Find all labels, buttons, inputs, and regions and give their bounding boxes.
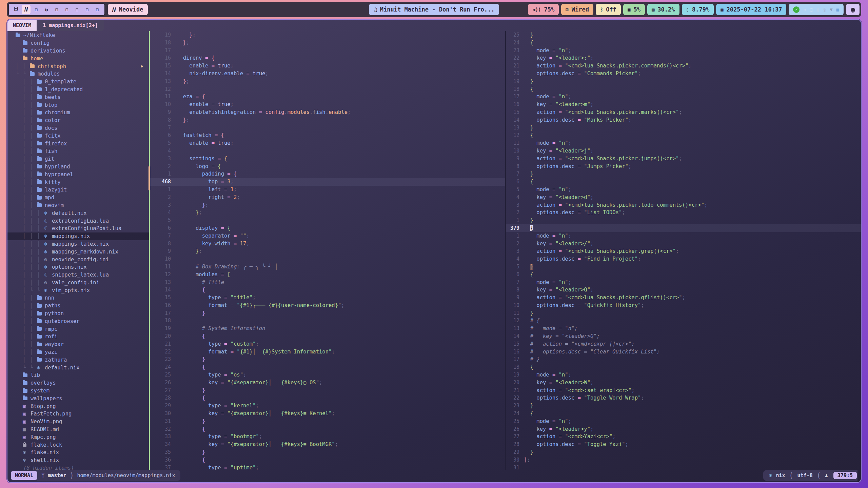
grid-app-icon[interactable]: ▦ [836, 7, 839, 12]
code-line[interactable]: 23 mode = "n"; [506, 47, 861, 55]
buffer-tab[interactable]: 1 mappings.nix[2+] [37, 20, 104, 31]
code-line[interactable]: 16 # options.desc = "Clear Quickfix List… [506, 348, 861, 356]
tree-item[interactable]: └└modules [7, 70, 149, 78]
code-line[interactable]: 20 key = "<leader>W"; [506, 379, 861, 387]
code-line[interactable]: 16 key = "<leader>m"; [506, 101, 861, 108]
tree-item[interactable]: overlays [7, 379, 149, 387]
code-line[interactable]: 19 }; [150, 31, 505, 39]
code-line[interactable]: 379 { [506, 224, 861, 232]
code-line[interactable]: 2 key = "<leader>/"; [506, 240, 861, 248]
code-line[interactable]: 1 } [506, 217, 861, 224]
tree-item[interactable]: config [7, 39, 149, 47]
code-line[interactable]: 29 type = "kernel"; [150, 402, 505, 410]
tree-item[interactable]: ▣NeoVim.png [7, 418, 149, 426]
code-line[interactable]: 2 options.desc = "List TODOs"; [506, 209, 861, 217]
code-line[interactable]: 29 } [506, 448, 861, 456]
bluetooth-module[interactable]: ᛒOff [596, 4, 621, 15]
empty-workspace-icon[interactable]: □ [62, 5, 71, 14]
memory-module[interactable]: ▤30.2% [647, 4, 679, 15]
code-line[interactable]: 16 format = "{#1}╭─── {#}{user-name-colo… [150, 302, 505, 309]
tree-split-handle[interactable] [149, 31, 150, 470]
code-line[interactable]: 20 { [150, 332, 505, 340]
tree-item[interactable]: ▣Rmpc.png [7, 433, 149, 441]
code-line[interactable]: 10 key = "<leader>j"; [506, 147, 861, 155]
tree-item[interactable]: ││mpd [7, 194, 149, 202]
empty-workspace-icon[interactable]: □ [93, 5, 102, 14]
code-line[interactable]: 36 { [150, 456, 505, 464]
code-line[interactable]: 14 { [150, 286, 505, 294]
code-line[interactable]: 15 enable = true; [150, 62, 505, 70]
code-line[interactable]: 11 mode = "n"; [506, 139, 861, 147]
code-line[interactable]: 13 }; [150, 78, 505, 85]
code-line[interactable]: 7 } [506, 170, 861, 178]
tree-item[interactable]: ❄flake.nix [7, 449, 149, 456]
code-line[interactable]: 32 { [150, 425, 505, 433]
network-module[interactable]: ⊡Wired [561, 4, 593, 15]
tree-item[interactable]: ││waybar [7, 341, 149, 348]
code-line[interactable]: 15 type = "title"; [150, 294, 505, 302]
code-line[interactable]: 5 mode = "n"; [506, 186, 861, 194]
tree-item[interactable]: ▣FastFetch.png [7, 410, 149, 418]
tree-item[interactable]: ││python [7, 310, 149, 318]
check-badge-icon[interactable]: ✓ [793, 6, 800, 13]
neovide-icon[interactable]: N [22, 5, 31, 14]
tree-item[interactable]: └└❄default.nix [7, 364, 149, 371]
code-line[interactable]: 18 { [506, 363, 861, 371]
tree-item[interactable]: (8 hidden items) [7, 464, 149, 470]
code-line[interactable]: 5 enable = true; [150, 139, 505, 147]
code-line[interactable]: 9 enableFishIntegration = config.modules… [150, 108, 505, 116]
tree-item[interactable]: │││☾extraConfigLua.lua [7, 217, 149, 225]
code-line[interactable]: 25 } [506, 31, 861, 39]
tree-item[interactable]: │││☾snippets_latex.lua [7, 271, 149, 279]
code-line[interactable]: 22 format = "{#1}│ {#}System Information… [150, 348, 505, 356]
flame-icon[interactable]: ↻ [42, 5, 51, 14]
notifications-module[interactable] [846, 4, 860, 15]
code-line[interactable]: 21 action = "<cmd>:set wrap!<cr>"; [506, 387, 861, 394]
code-line[interactable]: 6 display = { [150, 224, 505, 232]
tree-item[interactable]: ││docs [7, 124, 149, 132]
key-icon[interactable]: § [823, 7, 826, 12]
code-line[interactable]: 19 # System Information [150, 325, 505, 332]
code-line[interactable]: 7 separator = ""; [150, 232, 505, 240]
code-line[interactable]: 12 [150, 85, 505, 93]
tree-item[interactable]: │││☾extraConfigLuaPost.lua [7, 225, 149, 232]
code-line[interactable]: 6 { [506, 271, 861, 279]
code-line[interactable]: 27 } [150, 387, 505, 394]
code-line[interactable]: 17 # } [506, 355, 861, 363]
tree-item[interactable]: ❄shell.nix [7, 456, 149, 464]
code-line[interactable]: 3 action = "<cmd>lua Snacks.picker.todo_… [506, 201, 861, 209]
code-line[interactable]: 2 logo = { [150, 163, 505, 170]
code-line[interactable]: 9 action = "<cmd>lua Snacks.picker.jumps… [506, 155, 861, 163]
code-line[interactable]: 7 [150, 124, 505, 132]
tree-item[interactable]: derivations [7, 47, 149, 55]
code-line[interactable]: 17 } [150, 309, 505, 317]
code-line[interactable]: 8 options.desc = "Jumps Picker"; [506, 163, 861, 170]
code-line[interactable]: 4 options.desc = "Find in Project"; [506, 255, 861, 263]
code-line[interactable]: 14 # key = "<leader>Q"; [506, 332, 861, 340]
code-line[interactable]: 468 top = 3; [150, 178, 505, 186]
code-line[interactable]: 2 right = 2; [150, 194, 505, 201]
code-line[interactable]: 12 # { [506, 317, 861, 325]
code-line[interactable]: 11 } [506, 309, 861, 317]
code-line[interactable]: 25 mode = "n"; [506, 418, 861, 425]
code-line[interactable]: 9 action = "<cmd>lua Snacks.picker.qflis… [506, 294, 861, 302]
tree-item[interactable]: wallpapers [7, 394, 149, 402]
tree-item[interactable]: ││rofi [7, 333, 149, 341]
tree-item[interactable]: ││rmpc [7, 325, 149, 333]
code-line[interactable]: 3 settings = { [150, 155, 505, 163]
empty-workspace-icon[interactable]: □ [32, 5, 41, 14]
code-line[interactable]: 35 } [150, 448, 505, 456]
code-line[interactable]: 1 mode = "n"; [506, 232, 861, 240]
tree-item[interactable]: │││⚙vale_config.ini [7, 279, 149, 287]
code-line[interactable]: 4 key = "<leader>d"; [506, 194, 861, 201]
code-line[interactable]: 3 action = "<cmd>lua Snacks.picker.grep(… [506, 247, 861, 255]
code-line[interactable]: 20 options.desc = "Commands Picker"; [506, 70, 861, 78]
empty-workspace-icon[interactable]: □ [52, 5, 61, 14]
tree-item[interactable]: ││kitty [7, 178, 149, 186]
code-line[interactable]: 15 action = "<cmd>lua Snacks.picker.mark… [506, 108, 861, 116]
tree-item[interactable]: ││color [7, 117, 149, 124]
editor-pane-left[interactable]: 19 };18 };1716 direnv = {15 enable = tru… [150, 31, 505, 470]
tree-item[interactable]: ▦README.md [7, 426, 149, 433]
tree-item[interactable]: ││hyprpanel [7, 170, 149, 178]
tree-item[interactable]: │││❄options.nix [7, 263, 149, 271]
